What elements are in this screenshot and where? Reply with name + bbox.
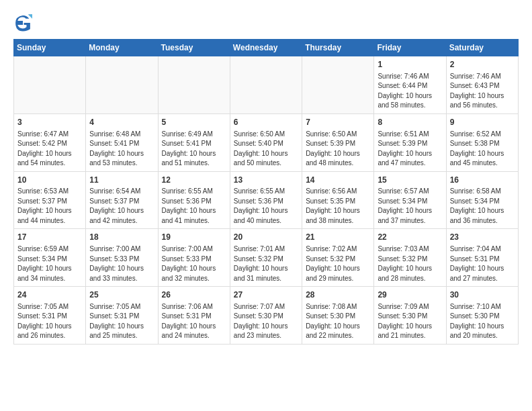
calendar-cell: 14Sunrise: 6:56 AM Sunset: 5:35 PM Dayli… [302,171,374,229]
day-number: 21 [306,232,370,243]
day-info: Sunrise: 6:52 AM Sunset: 5:38 PM Dayligh… [450,130,515,169]
col-header-tuesday: Tuesday [158,40,230,56]
day-info: Sunrise: 7:02 AM Sunset: 5:32 PM Dayligh… [306,244,370,283]
calendar-cell: 22Sunrise: 7:03 AM Sunset: 5:32 PM Dayli… [374,229,446,287]
calendar-cell: 27Sunrise: 7:07 AM Sunset: 5:30 PM Dayli… [230,287,302,345]
calendar-cell: 10Sunrise: 6:53 AM Sunset: 5:37 PM Dayli… [14,171,86,229]
calendar-cell: 25Sunrise: 7:05 AM Sunset: 5:31 PM Dayli… [86,287,158,345]
calendar-header-row: SundayMondayTuesdayWednesdayThursdayFrid… [14,40,519,56]
day-info: Sunrise: 7:00 AM Sunset: 5:33 PM Dayligh… [162,244,226,283]
day-number: 8 [378,117,442,128]
day-number: 10 [17,175,82,186]
calendar-cell: 24Sunrise: 7:05 AM Sunset: 5:31 PM Dayli… [14,287,86,345]
day-info: Sunrise: 6:50 AM Sunset: 5:40 PM Dayligh… [234,130,298,169]
svg-marker-0 [28,15,32,19]
day-info: Sunrise: 6:55 AM Sunset: 5:36 PM Dayligh… [162,187,226,226]
day-info: Sunrise: 6:50 AM Sunset: 5:39 PM Dayligh… [306,130,370,169]
day-info: Sunrise: 7:01 AM Sunset: 5:32 PM Dayligh… [234,244,298,283]
calendar-cell: 7Sunrise: 6:50 AM Sunset: 5:39 PM Daylig… [302,113,374,171]
day-number: 30 [450,289,515,301]
day-info: Sunrise: 6:51 AM Sunset: 5:39 PM Dayligh… [378,130,442,169]
day-number: 5 [162,117,226,128]
calendar-cell: 1Sunrise: 7:46 AM Sunset: 6:44 PM Daylig… [374,56,446,114]
calendar-week-row-4: 17Sunrise: 6:59 AM Sunset: 5:34 PM Dayli… [14,229,519,287]
calendar-week-row-3: 10Sunrise: 6:53 AM Sunset: 5:37 PM Dayli… [14,171,519,229]
calendar-cell: 4Sunrise: 6:48 AM Sunset: 5:41 PM Daylig… [86,113,158,171]
calendar-cell: 20Sunrise: 7:01 AM Sunset: 5:32 PM Dayli… [230,229,302,287]
day-number: 26 [162,289,226,301]
calendar-cell: 19Sunrise: 7:00 AM Sunset: 5:33 PM Dayli… [158,229,230,287]
calendar-cell: 18Sunrise: 7:00 AM Sunset: 5:33 PM Dayli… [86,229,158,287]
day-number: 3 [17,117,82,128]
calendar-cell: 13Sunrise: 6:55 AM Sunset: 5:36 PM Dayli… [230,171,302,229]
day-number: 6 [234,117,298,128]
calendar-week-row-2: 3Sunrise: 6:47 AM Sunset: 5:42 PM Daylig… [14,113,519,171]
col-header-wednesday: Wednesday [230,40,302,56]
calendar-cell: 9Sunrise: 6:52 AM Sunset: 5:38 PM Daylig… [446,113,518,171]
col-header-thursday: Thursday [302,40,374,56]
calendar-cell: 28Sunrise: 7:08 AM Sunset: 5:30 PM Dayli… [302,287,374,345]
calendar-cell: 16Sunrise: 6:58 AM Sunset: 5:34 PM Dayli… [446,171,518,229]
day-number: 19 [162,232,226,243]
day-number: 18 [89,232,154,243]
day-number: 28 [306,289,370,301]
header [13,11,519,32]
calendar-cell: 5Sunrise: 6:49 AM Sunset: 5:41 PM Daylig… [158,113,230,171]
day-number: 27 [234,289,298,301]
day-info: Sunrise: 7:10 AM Sunset: 5:30 PM Dayligh… [450,302,515,341]
day-number: 15 [378,175,442,186]
calendar-cell [86,56,158,114]
day-number: 7 [306,117,370,128]
calendar-cell [14,56,86,114]
calendar-cell: 30Sunrise: 7:10 AM Sunset: 5:30 PM Dayli… [446,287,518,345]
calendar-cell: 23Sunrise: 7:04 AM Sunset: 5:31 PM Dayli… [446,229,518,287]
day-info: Sunrise: 6:48 AM Sunset: 5:41 PM Dayligh… [89,130,154,169]
col-header-saturday: Saturday [446,40,518,56]
day-info: Sunrise: 6:56 AM Sunset: 5:35 PM Dayligh… [306,187,370,226]
logo [13,13,35,32]
day-info: Sunrise: 7:08 AM Sunset: 5:30 PM Dayligh… [306,302,370,341]
day-number: 16 [450,175,515,186]
day-info: Sunrise: 7:46 AM Sunset: 6:44 PM Dayligh… [378,72,442,111]
day-number: 24 [17,289,82,301]
day-number: 9 [450,117,515,128]
calendar-cell: 2Sunrise: 7:46 AM Sunset: 6:43 PM Daylig… [446,56,518,114]
day-number: 14 [306,175,370,186]
day-info: Sunrise: 7:09 AM Sunset: 5:30 PM Dayligh… [378,302,442,341]
logo-icon [13,13,32,32]
day-number: 22 [378,232,442,243]
day-info: Sunrise: 6:54 AM Sunset: 5:37 PM Dayligh… [89,187,154,226]
day-number: 17 [17,232,82,243]
day-number: 1 [378,59,442,71]
day-number: 11 [89,175,154,186]
day-info: Sunrise: 7:04 AM Sunset: 5:31 PM Dayligh… [450,244,515,283]
calendar-cell: 11Sunrise: 6:54 AM Sunset: 5:37 PM Dayli… [86,171,158,229]
day-info: Sunrise: 7:00 AM Sunset: 5:33 PM Dayligh… [89,244,154,283]
calendar-cell: 3Sunrise: 6:47 AM Sunset: 5:42 PM Daylig… [14,113,86,171]
day-number: 29 [378,289,442,301]
day-number: 12 [162,175,226,186]
day-number: 25 [89,289,154,301]
day-info: Sunrise: 7:05 AM Sunset: 5:31 PM Dayligh… [17,302,82,341]
calendar-cell [158,56,230,114]
calendar-cell: 17Sunrise: 6:59 AM Sunset: 5:34 PM Dayli… [14,229,86,287]
calendar-cell: 12Sunrise: 6:55 AM Sunset: 5:36 PM Dayli… [158,171,230,229]
col-header-monday: Monday [86,40,158,56]
day-info: Sunrise: 6:49 AM Sunset: 5:41 PM Dayligh… [162,130,226,169]
day-number: 2 [450,59,515,71]
page: SundayMondayTuesdayWednesdayThursdayFrid… [0,0,532,358]
day-info: Sunrise: 7:07 AM Sunset: 5:30 PM Dayligh… [234,302,298,341]
col-header-friday: Friday [374,40,446,56]
day-number: 20 [234,232,298,243]
day-info: Sunrise: 6:53 AM Sunset: 5:37 PM Dayligh… [17,187,82,226]
calendar-cell: 29Sunrise: 7:09 AM Sunset: 5:30 PM Dayli… [374,287,446,345]
calendar-cell: 6Sunrise: 6:50 AM Sunset: 5:40 PM Daylig… [230,113,302,171]
col-header-sunday: Sunday [14,40,86,56]
calendar-cell [230,56,302,114]
day-info: Sunrise: 7:06 AM Sunset: 5:31 PM Dayligh… [162,302,226,341]
day-info: Sunrise: 7:46 AM Sunset: 6:43 PM Dayligh… [450,72,515,111]
day-info: Sunrise: 6:58 AM Sunset: 5:34 PM Dayligh… [450,187,515,226]
day-info: Sunrise: 6:47 AM Sunset: 5:42 PM Dayligh… [17,130,82,169]
day-info: Sunrise: 6:57 AM Sunset: 5:34 PM Dayligh… [378,187,442,226]
calendar-table: SundayMondayTuesdayWednesdayThursdayFrid… [13,39,519,345]
